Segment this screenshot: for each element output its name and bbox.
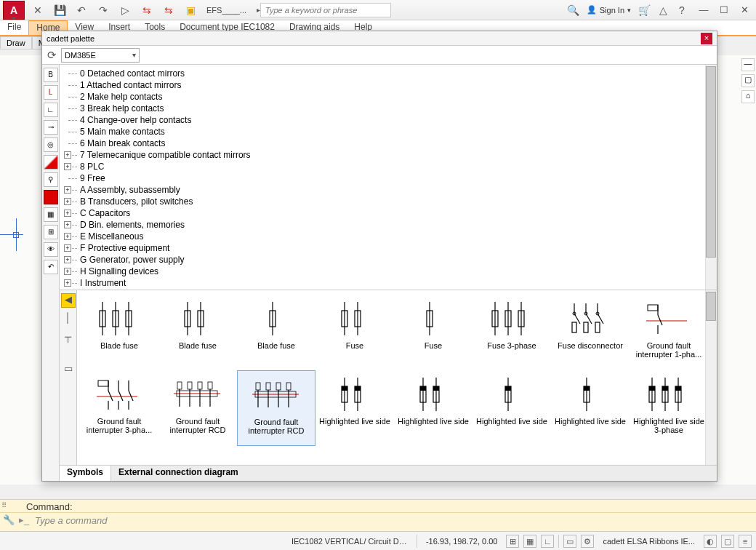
- tab-external-connection[interactable]: External connection diagram: [111, 466, 246, 481]
- nav-icon-2[interactable]: ▢: [741, 74, 755, 87]
- extents-icon[interactable]: ▭: [563, 535, 576, 548]
- symbol-cell[interactable]: Fuse: [315, 295, 394, 370]
- symbol-cell[interactable]: Fuse: [394, 295, 472, 370]
- symbol-cell[interactable]: Ground fault interrupter 1-pha...: [630, 295, 708, 370]
- tool-icon-2[interactable]: ⇆: [163, 4, 174, 16]
- tree-item[interactable]: 2 Make help contacts: [64, 91, 712, 103]
- tool-dim[interactable]: ⊸: [44, 120, 58, 135]
- tree-item[interactable]: 9 Free: [64, 172, 712, 184]
- symbol-cell[interactable]: Highlighted live side: [315, 370, 394, 446]
- close-doc-icon[interactable]: ✕: [32, 4, 44, 16]
- expand-icon[interactable]: +: [64, 268, 71, 275]
- play-icon[interactable]: ▷: [119, 4, 131, 16]
- refresh-icon[interactable]: ⟳: [45, 49, 58, 62]
- annotation-icon[interactable]: ◐: [704, 535, 717, 548]
- tool-icon-1[interactable]: ⇆: [141, 4, 153, 16]
- symbol-cell[interactable]: Ground fault interrupter 3-pha...: [80, 370, 158, 446]
- tree-item[interactable]: 1 Attached contact mirrors: [64, 79, 712, 91]
- tree-item[interactable]: +I Instrument: [64, 277, 712, 289]
- symbol-grid[interactable]: Blade fuseBlade fuseBlade fuseFuseFuseFu…: [77, 290, 717, 465]
- tool-gradient[interactable]: [44, 155, 58, 170]
- undo-icon[interactable]: ↶: [76, 4, 87, 16]
- tool-layer[interactable]: L: [44, 85, 58, 100]
- collapse-icon[interactable]: ◀: [61, 293, 76, 308]
- expand-icon[interactable]: +: [64, 233, 71, 240]
- close-button[interactable]: ✕: [736, 4, 753, 17]
- tree-item[interactable]: +A Assembly, subassembly: [64, 184, 712, 196]
- tool-bold[interactable]: B: [44, 68, 58, 82]
- tree-item[interactable]: +F Protective equipment: [64, 242, 712, 254]
- symbol-cell[interactable]: Ground fault interrupter RCD: [158, 370, 237, 446]
- status-workspace[interactable]: cadett ELSA Ribbons IE...: [603, 537, 695, 546]
- prompt-icon[interactable]: ▸_: [19, 514, 31, 526]
- tree-item[interactable]: +C Capacitors: [64, 207, 712, 219]
- symbol-cell[interactable]: Highlighted live side 3-phase: [630, 370, 708, 446]
- symbol-cell[interactable]: Highlighted live side: [394, 370, 472, 446]
- tool-search[interactable]: ⚲: [44, 172, 58, 187]
- nav-icon-1[interactable]: —: [741, 58, 755, 71]
- minimize-button[interactable]: —: [695, 4, 712, 17]
- symbol-cell[interactable]: Blade fuse: [237, 295, 315, 370]
- snap-icon[interactable]: ▦: [523, 535, 536, 548]
- palette-titlebar[interactable]: cadett palette ×: [42, 31, 717, 46]
- expand-icon[interactable]: +: [64, 221, 71, 228]
- library-combo[interactable]: DM385E: [61, 48, 140, 63]
- expand-icon[interactable]: +: [64, 279, 71, 287]
- palette-close-button[interactable]: ×: [701, 33, 712, 44]
- wrench-icon[interactable]: 🔧: [3, 514, 15, 526]
- tree-scrollbar[interactable]: [705, 65, 717, 290]
- chip-icon[interactable]: ▣: [185, 4, 196, 16]
- save-icon[interactable]: 💾: [54, 4, 65, 16]
- line-tool-icon[interactable]: │: [61, 312, 76, 327]
- symbol-cell[interactable]: Fuse 3-phase: [472, 295, 551, 370]
- symbol-cell[interactable]: Fuse disconnector: [551, 295, 630, 370]
- expand-icon[interactable]: +: [64, 210, 71, 217]
- tree-item[interactable]: +D Bin. elements, memories: [64, 219, 712, 231]
- tool-angle[interactable]: ∟: [44, 103, 58, 117]
- tree-item[interactable]: +E Miscellaneous: [64, 231, 712, 242]
- tree-item[interactable]: +B Transducers, pilot switches: [64, 196, 712, 207]
- tree-item[interactable]: 6 Main break contacts: [64, 138, 712, 149]
- tree-item[interactable]: 5 Main make contacts: [64, 126, 712, 138]
- panel-tab-draw[interactable]: Draw: [0, 36, 32, 49]
- tool-target[interactable]: ◎: [44, 138, 58, 152]
- app-logo[interactable]: A: [3, 1, 25, 20]
- tree-scroll-thumb[interactable]: [706, 66, 716, 258]
- expand-icon[interactable]: +: [64, 198, 71, 205]
- tree-item[interactable]: +H Signalling devices: [64, 266, 712, 277]
- help-search-input[interactable]: [260, 3, 391, 17]
- binoculars-icon[interactable]: 🔍: [568, 4, 579, 16]
- ortho-icon[interactable]: ∟: [541, 535, 554, 548]
- tree-item[interactable]: +8 PLC: [64, 161, 712, 172]
- symbol-cell[interactable]: Blade fuse: [80, 295, 158, 370]
- expand-icon[interactable]: +: [64, 151, 71, 159]
- tool-table[interactable]: ⊞: [44, 225, 58, 239]
- tree-item[interactable]: 4 Change-over help contacts: [64, 114, 712, 126]
- monitor-icon[interactable]: ▢: [721, 535, 734, 548]
- menu-icon[interactable]: ≡: [739, 535, 752, 548]
- grid-icon[interactable]: ⊞: [506, 535, 519, 548]
- maximize-button[interactable]: ☐: [715, 4, 733, 17]
- symbol-cell[interactable]: Blade fuse: [158, 295, 237, 370]
- box-tool-icon[interactable]: ▭: [61, 363, 76, 378]
- tool-red-fill[interactable]: [44, 190, 58, 204]
- tab-symbols[interactable]: Symbols: [60, 466, 111, 481]
- grid-scroll-thumb[interactable]: [706, 292, 716, 321]
- cmdline-grip-icon[interactable]: ⠿: [1, 501, 12, 511]
- command-input[interactable]: Type a command: [35, 515, 753, 526]
- expand-icon[interactable]: +: [64, 256, 71, 263]
- tree-item[interactable]: 3 Break help contacts: [64, 103, 712, 114]
- signin-link[interactable]: 👤 Sign In ▾: [587, 5, 631, 15]
- tee-tool-icon[interactable]: ┬: [61, 331, 76, 346]
- gear-icon[interactable]: ⚙: [581, 535, 594, 548]
- tree-item[interactable]: +G Generator, power supply: [64, 254, 712, 266]
- tree-item[interactable]: 0 Detached contact mirrors: [64, 68, 712, 79]
- nav-icon-3[interactable]: ⌂: [741, 90, 755, 103]
- cart-icon[interactable]: 🛒: [638, 4, 650, 16]
- expand-icon[interactable]: +: [64, 244, 71, 252]
- tool-hide[interactable]: 👁: [44, 242, 58, 257]
- symbol-cell[interactable]: Highlighted live side: [472, 370, 551, 446]
- expand-icon[interactable]: +: [64, 163, 71, 170]
- tab-file[interactable]: File: [0, 20, 28, 35]
- grid-scrollbar[interactable]: [705, 290, 717, 465]
